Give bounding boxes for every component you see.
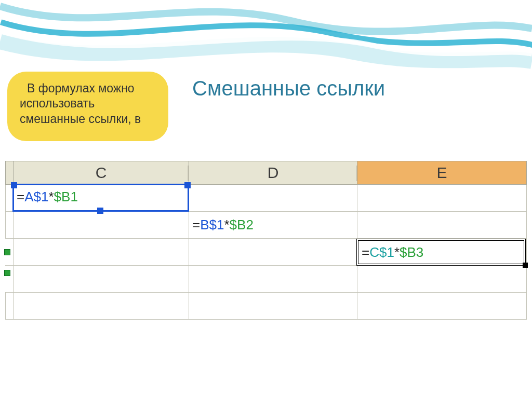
table-row [5,266,527,293]
column-header-stub[interactable] [5,161,14,185]
row-stub[interactable] [5,239,14,266]
formula-ref: A$1 [24,189,48,204]
editing-cell[interactable]: =C$1*$B3 [356,239,526,266]
formula-op: * [48,189,54,204]
header-row: C D E [5,161,527,185]
formula-ref: $B3 [400,244,423,260]
cell-c1-formula: =A$1*$B1 [17,189,78,205]
slide-title: Смешанные ссылки [192,77,385,100]
formula-eq: = [362,244,369,260]
cell-e2[interactable] [357,212,527,239]
column-header-label: C [96,164,107,181]
row-stub[interactable] [5,266,14,293]
column-header-c[interactable]: C [14,161,189,185]
formula-ref: C$1 [369,244,394,260]
cell-d5[interactable] [189,293,357,320]
cell-d2[interactable]: =B$1*$B2 [189,212,357,239]
formula-ref: B$1 [200,217,224,233]
cell-c4[interactable] [14,266,189,293]
formula-ref: $B2 [230,217,254,233]
table-row: =B$1*$B2 [5,212,527,239]
cell-e4[interactable] [357,266,527,293]
row-stub[interactable] [5,293,14,320]
row-stub[interactable] [5,212,14,239]
column-header-e[interactable]: E [357,161,527,185]
cell-d3[interactable] [189,239,357,266]
callout-line: использовать [20,96,158,111]
formula-ref: $B1 [54,189,78,204]
formula-op: * [224,217,229,233]
column-header-label: E [436,164,447,181]
column-header-d[interactable]: D [189,161,357,185]
cell-d1[interactable] [189,185,357,212]
callout-line: смешанные ссылки, в [20,112,158,127]
table-row [5,293,527,320]
table-row [5,185,527,212]
formula-op: * [394,244,400,260]
cell-e5[interactable] [357,293,527,320]
spreadsheet: C D E =B$1*$B2 [5,161,527,320]
callout-box: В формулах можно использовать смешанные … [7,72,168,141]
cell-c3[interactable] [14,239,189,266]
callout-line: В формулах можно [27,81,158,96]
fill-handle[interactable] [523,263,528,268]
column-header-label: D [268,164,279,181]
row-stub[interactable] [5,185,14,212]
cell-c5[interactable] [14,293,189,320]
cell-d4[interactable] [189,266,357,293]
cell-e1[interactable] [357,185,527,212]
formula-eq: = [192,217,200,233]
cell-c2[interactable] [14,212,189,239]
formula-eq: = [17,189,24,204]
